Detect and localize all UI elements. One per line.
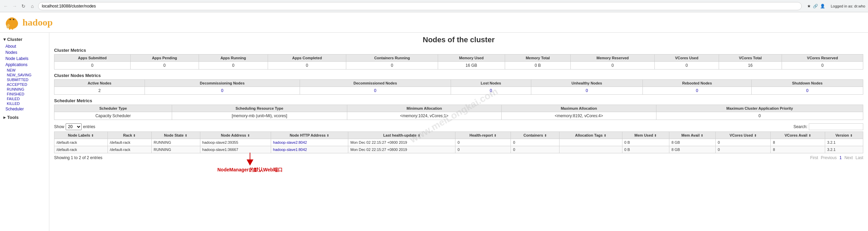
scheduler-metrics-table: Scheduler Type Scheduling Resource Type … (54, 105, 863, 120)
sidebar-item-running[interactable]: RUNNING (0, 87, 49, 92)
table-controls: Show 10 20 25 50 100 entries Search: (54, 123, 863, 130)
page: hadoop ▾ Cluster About Nodes Node Labels… (0, 12, 868, 231)
reload-button[interactable]: ↻ (20, 3, 27, 9)
th-mem-avail[interactable]: Mem Avail ⇕ (669, 132, 716, 139)
show-entries: Show 10 20 25 50 100 entries (54, 123, 95, 130)
pagination-1[interactable]: 1 (839, 155, 842, 160)
content-area: Nodes of the cluster Cluster Metrics App… (49, 33, 868, 231)
pagination-first: First (810, 155, 818, 160)
table-footer: Showing 1 to 2 of 2 entries First Previo… (54, 155, 863, 160)
th-rack[interactable]: Rack ⇕ (107, 132, 151, 139)
node-http-link-2[interactable]: hadoop-slave1:8042 (273, 148, 307, 152)
cluster-nodes-metrics-table: Active Nodes Decommissioning Nodes Decom… (54, 79, 863, 95)
table-row: /default-rack /default-rack RUNNING hado… (54, 146, 863, 153)
sidebar-item-killed[interactable]: KILLED (0, 101, 49, 106)
cell-node-address-2: hadoop-slave1:36667 (200, 146, 271, 153)
sidebar-item-about[interactable]: About (0, 43, 49, 49)
main-layout: ▾ Cluster About Nodes Node Labels Applic… (0, 33, 868, 231)
val-minimum-allocation: <memory:1024, vCores:1> (347, 112, 502, 120)
back-button[interactable]: ← (3, 3, 9, 9)
col-rebooted-nodes: Rebooted Nodes (642, 80, 751, 87)
sidebar-item-nodes[interactable]: Nodes (0, 49, 49, 56)
nodes-table-container: Node Labels ⇕ Rack ⇕ Node State ⇕ Node A… (54, 132, 863, 153)
th-node-address[interactable]: Node Address ⇕ (200, 132, 271, 139)
search-input[interactable] (809, 123, 863, 130)
th-node-state[interactable]: Node State ⇕ (151, 132, 200, 139)
val-memory-total: 0 B (505, 62, 571, 70)
nodes-table: Node Labels ⇕ Rack ⇕ Node State ⇕ Node A… (54, 132, 863, 153)
col-maximum-allocation: Maximum Allocation (502, 105, 656, 112)
sort-arrow-mem-used: ⇕ (654, 134, 657, 137)
th-version[interactable]: Version ⇕ (825, 132, 863, 139)
tools-section-title[interactable]: ▸ Tools (0, 113, 49, 121)
node-http-link-1[interactable]: hadoop-slave2:8042 (273, 140, 307, 144)
annotation-container: NodeManager的默认Web端口 (217, 153, 283, 173)
sort-arrow-mem-avail: ⇕ (701, 134, 703, 137)
cell-node-http-1: hadoop-slave2:8042 (271, 139, 348, 146)
cell-vcores-used-1: 0 (716, 139, 771, 146)
th-vcores-used[interactable]: VCores Used ⇕ (716, 132, 771, 139)
sidebar-item-node-labels[interactable]: Node Labels (0, 56, 49, 62)
cell-version-2: 3.2.1 (825, 146, 863, 153)
th-node-http-address[interactable]: Node HTTP Address ⇕ (271, 132, 348, 139)
col-lost-nodes: Lost Nodes (451, 80, 531, 87)
forward-button[interactable]: → (12, 3, 18, 9)
val-scheduling-resource-type: [memory-mb (unit=Mi), vcores] (172, 112, 347, 120)
annotation-text: NodeManager的默认Web端口 (217, 167, 283, 173)
col-vcores-used: VCores Used (655, 55, 719, 62)
cell-vcores-avail-2: 8 (771, 146, 825, 153)
entries-select[interactable]: 10 20 25 50 100 (66, 123, 82, 130)
th-last-health-update[interactable]: Last health-update ⇕ (348, 132, 455, 139)
sort-arrow-version: ⇕ (850, 134, 853, 137)
sidebar-item-failed[interactable]: FAILED (0, 96, 49, 101)
extension-icon: 🔗 (813, 4, 818, 9)
cell-vcores-avail-1: 8 (771, 139, 825, 146)
svg-point-4 (10, 19, 11, 20)
cluster-label: Cluster (7, 37, 22, 42)
col-memory-used: Memory Used (438, 55, 505, 62)
val-scheduler-type: Capacity Scheduler (54, 112, 172, 120)
col-scheduler-type: Scheduler Type (54, 105, 172, 112)
table-row: /default-rack /default-rack RUNNING hado… (54, 139, 863, 146)
sidebar-item-accepted[interactable]: ACCEPTED (0, 82, 49, 87)
sidebar-item-scheduler[interactable]: Scheduler (0, 106, 49, 112)
cluster-section: ▾ Cluster About Nodes Node Labels Applic… (0, 35, 49, 112)
col-containers-running: Containers Running (346, 55, 438, 62)
th-node-labels[interactable]: Node Labels ⇕ (54, 132, 108, 139)
sidebar-item-finished[interactable]: FINISHED (0, 92, 49, 96)
th-containers[interactable]: Containers ⇕ (511, 132, 560, 139)
sort-arrow-allocation-tags: ⇕ (604, 134, 606, 137)
cell-allocation-tags-1 (560, 139, 622, 146)
svg-rect-6 (9, 27, 11, 30)
cell-version-1: 3.2.1 (825, 139, 863, 146)
address-bar[interactable] (38, 2, 802, 10)
sidebar-item-submitted[interactable]: SUBMITTED (0, 77, 49, 82)
cell-containers-1: 0 (511, 139, 560, 146)
th-mem-used[interactable]: Mem Used ⇕ (622, 132, 669, 139)
th-vcores-avail[interactable]: VCores Avail ⇕ (771, 132, 825, 139)
sort-arrow-rack: ⇕ (133, 134, 136, 137)
cell-mem-avail-2: 8 GB (669, 146, 716, 153)
val-active-nodes: 2 (54, 87, 145, 95)
col-decommissioning-nodes: Decommissioning Nodes (145, 80, 300, 87)
svg-point-3 (12, 18, 16, 22)
th-allocation-tags[interactable]: Allocation Tags ⇕ (560, 132, 622, 139)
cluster-section-title[interactable]: ▾ Cluster (0, 35, 49, 43)
col-max-cluster-app-priority: Maximum Cluster Application Priority (656, 105, 863, 112)
hadoop-logo-text: hadoop (22, 17, 53, 28)
th-health-report[interactable]: Health-report ⇕ (455, 132, 511, 139)
sidebar-item-new-saving[interactable]: NEW_SAVING (0, 73, 49, 77)
svg-marker-9 (247, 159, 253, 166)
showing-label: Showing 1 to 2 of 2 entries (54, 155, 102, 160)
val-memory-reserved: 0 (571, 62, 655, 70)
sidebar-item-applications[interactable]: Applications (0, 62, 49, 68)
col-memory-total: Memory Total (505, 55, 571, 62)
home-button[interactable]: ⌂ (29, 3, 35, 9)
user-icon: 👤 (820, 4, 825, 9)
val-decommissioned-nodes: 0 (300, 87, 451, 95)
cell-health-report-1: 0 (455, 139, 511, 146)
val-vcores-total: 16 (719, 62, 782, 70)
sidebar-item-new[interactable]: NEW (0, 68, 49, 73)
col-apps-pending: Apps Pending (130, 55, 199, 62)
cell-allocation-tags-2 (560, 146, 622, 153)
